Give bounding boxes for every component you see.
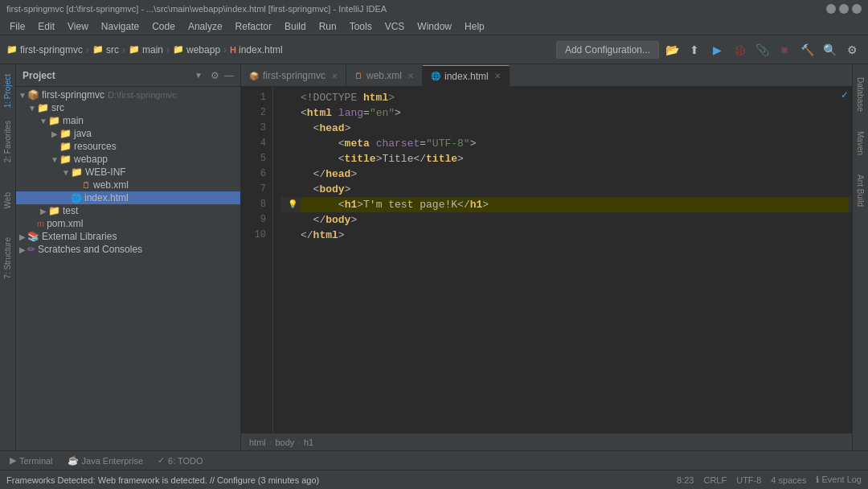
code-line-10: </html> — [281, 228, 852, 243]
editor-tab-project[interactable]: 📦 first-springmvc ✕ — [241, 65, 346, 86]
editor-tab-indexhtml[interactable]: 🌐 index.html ✕ — [423, 65, 510, 86]
status-crlf[interactable]: CRLF — [703, 475, 727, 485]
line-numbers: 1 2 3 4 5 6 7 8 9 10 — [241, 87, 273, 433]
tree-item-src[interactable]: ▼ 📁 src — [16, 101, 240, 114]
breadcrumb: 📁 first-springmvc › 📁 src › 📁 main › 📁 w… — [6, 44, 553, 55]
tree-item-java[interactable]: ▶ 📁 java — [16, 127, 240, 140]
breadcrumb-webapp[interactable]: 📁 webapp — [173, 44, 220, 55]
close-button[interactable] — [852, 4, 862, 14]
stop-button[interactable]: ■ — [775, 40, 794, 60]
code-line-9: </body> — [281, 212, 852, 228]
tree-item-main[interactable]: ▼ 📁 main — [16, 114, 240, 127]
debug-button[interactable]: 🐞 — [730, 40, 749, 60]
tree-item-extlibs[interactable]: ▶ 📚 External Libraries — [16, 230, 240, 243]
tab-indexhtml-icon: 🌐 — [431, 72, 440, 80]
bottom-tab-todo[interactable]: ✓ 6: TODO — [151, 454, 210, 467]
code-editor[interactable]: 1 2 3 4 5 6 7 8 9 10 <!DOCTYPE html> — [241, 87, 852, 433]
attach-debugger-button[interactable]: 📎 — [752, 40, 772, 60]
sidebar-tab-favorites[interactable]: 2: Favorites — [2, 114, 14, 169]
breadcrumb-html[interactable]: html — [249, 438, 266, 447]
right-tab-antbuild[interactable]: Ant Build — [854, 168, 866, 213]
run-configuration-button[interactable]: Add Configuration... — [556, 41, 659, 59]
project-icon: 📁 — [6, 44, 18, 55]
event-log-icon: ℹ — [816, 475, 819, 484]
menu-view[interactable]: View — [61, 19, 95, 34]
tree-item-root[interactable]: ▼ 📦 first-springmvc D:\first-springmvc — [16, 88, 240, 101]
menu-refactor[interactable]: Refactor — [229, 19, 278, 34]
tree-item-test[interactable]: ▶ 📁 test — [16, 204, 240, 217]
code-line-4: <meta charset="UTF-8"> — [281, 136, 852, 151]
notification-text: Frameworks Detected: Web framework is de… — [6, 475, 319, 485]
build-button[interactable]: 🔨 — [797, 40, 817, 60]
terminal-icon: ▶ — [10, 455, 16, 466]
tree-arrow-src: ▼ — [27, 104, 37, 113]
breadcrumb-main[interactable]: 📁 main — [129, 44, 163, 55]
breadcrumb-project[interactable]: 📁 first-springmvc — [6, 44, 83, 55]
menu-analyze[interactable]: Analyze — [182, 19, 229, 34]
settings-button[interactable]: ⚙ — [842, 40, 862, 60]
breadcrumb-src[interactable]: 📁 src — [92, 44, 119, 55]
tree-item-scratches[interactable]: ▶ ✏ Scratches and Consoles — [16, 243, 240, 256]
menu-window[interactable]: Window — [411, 19, 458, 34]
menu-code[interactable]: Code — [145, 19, 182, 34]
status-encoding[interactable]: UTF-8 — [736, 475, 761, 485]
menu-build[interactable]: Build — [278, 19, 313, 34]
right-tab-maven[interactable]: Maven — [854, 125, 866, 162]
src-icon: 📁 — [92, 44, 104, 55]
run-button[interactable]: ▶ — [707, 40, 727, 60]
editor-area: 📦 first-springmvc ✕ 🗒 web.xml ✕ 🌐 index.… — [241, 64, 852, 450]
java-enterprise-icon: ☕ — [68, 455, 79, 466]
bottom-tab-java-enterprise[interactable]: ☕ Java Enterprise — [61, 454, 149, 467]
breadcrumb-file[interactable]: H index.html — [230, 44, 283, 55]
sidebar-tab-structure[interactable]: 7: Structure — [2, 231, 14, 286]
status-event-log[interactable]: ℹ Event Log — [816, 475, 862, 485]
tab-project-icon: 📦 — [249, 72, 259, 80]
sidebar-tab-project[interactable]: 1: Project — [2, 68, 14, 114]
tree-item-webxml[interactable]: 🗒 web.xml — [16, 179, 240, 191]
tab-close-indexhtml[interactable]: ✕ — [494, 72, 501, 80]
tab-close-project[interactable]: ✕ — [331, 72, 338, 80]
tab-close-webxml[interactable]: ✕ — [407, 72, 414, 80]
tree-arrow-root: ▼ — [18, 91, 27, 100]
code-content[interactable]: <!DOCTYPE html> <html lang="en"> <head> … — [273, 87, 852, 433]
breadcrumb-body[interactable]: body — [275, 438, 294, 447]
status-line-col[interactable]: 8:23 — [677, 475, 694, 485]
tree-item-pomxml[interactable]: m pom.xml — [16, 217, 240, 230]
status-left: Frameworks Detected: Web framework is de… — [6, 475, 319, 485]
tree-item-webinf[interactable]: ▼ 📁 WEB-INF — [16, 166, 240, 179]
tree-arrow-webapp: ▼ — [50, 155, 59, 164]
tree-item-webapp[interactable]: ▼ 📁 webapp — [16, 153, 240, 166]
project-hide-button[interactable]: — — [224, 70, 234, 81]
menu-vcs[interactable]: VCS — [379, 19, 411, 34]
right-sidebar: Database Maven Ant Build — [852, 64, 868, 450]
bottom-tab-terminal[interactable]: ▶ Terminal — [3, 454, 59, 467]
code-line-8: 💡 <h1>T'm test page!K</h1> — [281, 197, 852, 212]
code-line-5: <title>Title</title> — [281, 151, 852, 166]
menu-run[interactable]: Run — [313, 19, 343, 34]
tree-arrow-extlibs: ▶ — [18, 232, 27, 241]
breadcrumb-h1[interactable]: h1 — [304, 438, 313, 447]
vcs-update-button[interactable]: ⬆ — [685, 40, 704, 60]
status-indent[interactable]: 4 spaces — [771, 475, 806, 485]
menu-tools[interactable]: Tools — [343, 19, 379, 34]
menu-help[interactable]: Help — [458, 19, 491, 34]
menu-edit[interactable]: Edit — [31, 19, 61, 34]
sidebar-tab-web[interactable]: Web — [2, 186, 14, 215]
maximize-button[interactable] — [839, 4, 849, 14]
tree-item-resources[interactable]: 📁 resources — [16, 140, 240, 153]
menu-navigate[interactable]: Navigate — [95, 19, 145, 34]
editor-breadcrumb: html › body › h1 — [241, 433, 852, 450]
open-file-button[interactable]: 📂 — [662, 40, 682, 60]
right-tab-database[interactable]: Database — [854, 71, 866, 118]
menu-file[interactable]: File — [3, 19, 31, 34]
main-folder-icon: 📁 — [48, 115, 60, 126]
scratches-icon: ✏ — [27, 244, 35, 255]
tree-item-indexhtml[interactable]: 🌐 index.html — [16, 191, 240, 204]
tree-arrow-webinf: ▼ — [61, 168, 71, 177]
project-panel: Project ▼ ⚙ — ▼ 📦 first-springmvc D:\fir… — [16, 64, 241, 450]
minimize-button[interactable] — [826, 4, 836, 14]
project-settings-button[interactable]: ⚙ — [211, 70, 219, 81]
html-file-icon: H — [230, 45, 236, 55]
search-button[interactable]: 🔍 — [820, 40, 839, 60]
editor-tab-webxml[interactable]: 🗒 web.xml ✕ — [346, 65, 423, 86]
